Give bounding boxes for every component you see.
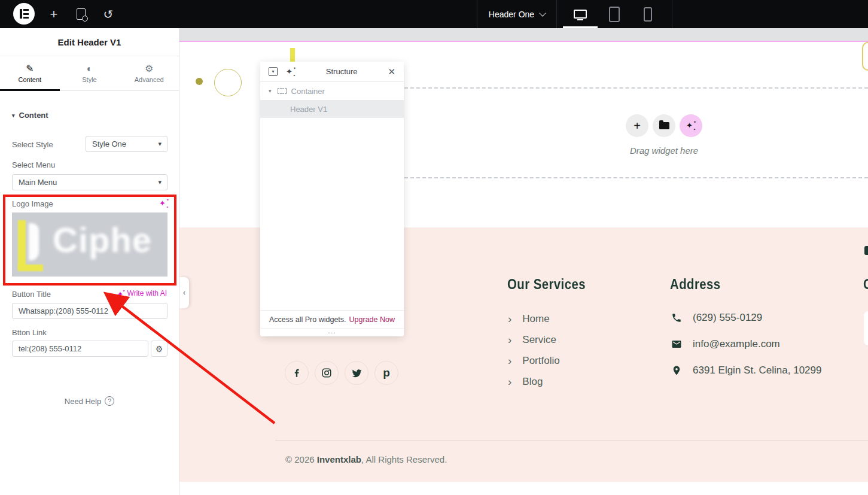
add-widget-button[interactable]: + xyxy=(626,114,648,137)
chevron-right-icon: › xyxy=(508,335,511,345)
tree-item-container[interactable]: ▾ Container xyxy=(260,82,404,100)
document-switcher[interactable]: Header One xyxy=(477,0,556,28)
logo-wordmark: Ciphe xyxy=(53,220,152,260)
add-element-button[interactable]: + xyxy=(45,0,62,28)
tab-style[interactable]: ◐ Style xyxy=(60,56,120,90)
phone-icon xyxy=(671,312,683,323)
question-mark-icon: ? xyxy=(105,396,114,406)
structure-navigator: ▾ Structure ✕ ▾ Container Header V1 Acce… xyxy=(260,62,404,336)
button-title-label: Button Title xyxy=(12,290,51,299)
device-mobile-button[interactable] xyxy=(634,0,662,28)
canvas-top-strip xyxy=(179,28,868,41)
history-button[interactable]: ↺ xyxy=(100,0,117,28)
footer-phone[interactable]: (629) 555-0129 xyxy=(671,312,762,324)
elementor-menu-button[interactable] xyxy=(13,3,35,25)
navigator-resize-handle[interactable]: ... xyxy=(260,328,404,336)
topbar-divider xyxy=(672,0,672,28)
panel-tabs: ✎ Content ◐ Style ⚙ Advanced xyxy=(0,56,179,91)
close-icon[interactable]: ✕ xyxy=(388,66,395,77)
button-link-label: Btton Link xyxy=(12,328,47,337)
instagram-link[interactable] xyxy=(315,361,339,385)
footer-link-home[interactable]: › Home xyxy=(508,313,550,325)
ai-sparkle-icon[interactable] xyxy=(286,67,296,77)
instagram-icon xyxy=(321,368,332,378)
button-title-input[interactable] xyxy=(12,303,167,319)
drag-widget-hint: Drag widget here xyxy=(610,145,718,156)
tablet-icon xyxy=(609,7,620,22)
facebook-link[interactable] xyxy=(285,361,309,385)
caret-down-icon: ▾ xyxy=(12,113,15,119)
ai-sparkle-icon xyxy=(117,290,125,297)
history-icon: ↺ xyxy=(103,7,114,22)
tab-content[interactable]: ✎ Content xyxy=(0,56,60,90)
select-style-dropdown[interactable]: Style One xyxy=(86,136,167,152)
navigator-footer: Access all Pro widgets. Upgrade Now xyxy=(260,310,404,328)
facebook-icon xyxy=(291,368,302,378)
chevron-right-icon: › xyxy=(508,356,511,366)
logo-mark-bar xyxy=(18,220,26,269)
document-icon xyxy=(77,8,86,20)
footer-email[interactable]: info@example.com xyxy=(671,338,780,350)
header-design-button-outline xyxy=(862,42,868,71)
footer-divider xyxy=(275,440,868,441)
upgrade-now-link[interactable]: Upgrade Now xyxy=(349,315,395,324)
footer-column4-title-partial: G xyxy=(863,276,868,293)
link-options-button[interactable]: ⚙ xyxy=(151,341,167,357)
select-menu-label: Select Menu xyxy=(12,160,55,169)
write-with-ai-button[interactable]: Write with AI xyxy=(117,289,167,297)
address-column-title: Address xyxy=(670,276,721,293)
canvas-bottom-strip xyxy=(179,482,868,495)
desktop-icon xyxy=(574,10,587,19)
pinterest-icon: p xyxy=(383,366,390,379)
services-column-title: Our Services xyxy=(507,276,586,293)
location-pin-icon xyxy=(671,365,683,376)
footer-column4-badge-partial xyxy=(864,246,868,255)
template-library-button[interactable] xyxy=(653,114,675,137)
tree-item-header-v1[interactable]: Header V1 xyxy=(260,100,404,118)
footer-newsletter-input-partial[interactable] xyxy=(864,311,868,345)
navigator-tree: ▾ Container Header V1 xyxy=(260,82,404,310)
gear-icon: ⚙ xyxy=(145,64,153,74)
content-section-toggle[interactable]: ▾ Content xyxy=(12,111,48,120)
tab-advanced[interactable]: ⚙ Advanced xyxy=(119,56,179,90)
logo-mark-shape xyxy=(29,223,39,260)
footer-address[interactable]: 6391 Elgin St. Celina, 10299 xyxy=(671,365,822,376)
dock-icon[interactable]: ▾ xyxy=(269,67,278,76)
footer-link-blog[interactable]: › Blog xyxy=(508,376,543,388)
style-icon: ◐ xyxy=(87,64,93,74)
container-dashed-boundary xyxy=(404,177,868,178)
chevron-right-icon: › xyxy=(508,314,511,324)
twitter-link[interactable] xyxy=(345,361,368,385)
copyright-text: © 2026 Inventxlab, All Rights Reserved. xyxy=(285,454,447,464)
topbar-divider xyxy=(556,0,557,28)
canvas-accent-line xyxy=(179,41,868,42)
container-icon xyxy=(278,88,287,94)
page-settings-button[interactable] xyxy=(72,0,89,28)
header-design-circle xyxy=(214,69,242,96)
top-bar: + ↺ Header One xyxy=(0,0,868,28)
folder-icon xyxy=(659,122,669,129)
ai-builder-button[interactable] xyxy=(680,114,702,137)
email-icon xyxy=(671,339,683,350)
active-device-underline xyxy=(563,26,598,28)
container-dashed-boundary xyxy=(404,87,868,89)
logo-image-label: Logo Image xyxy=(12,199,53,208)
select-menu-dropdown[interactable]: Main Menu xyxy=(12,174,167,190)
panel-title: Edit Header V1 xyxy=(0,28,179,56)
navigator-title: Structure xyxy=(304,67,379,76)
brand-name: Inventxlab xyxy=(317,454,361,464)
footer-link-service[interactable]: › Service xyxy=(508,334,556,346)
pinterest-link[interactable]: p xyxy=(374,361,398,385)
need-help-link[interactable]: Need Help ? xyxy=(0,396,179,406)
device-desktop-button[interactable] xyxy=(563,0,598,28)
device-tablet-button[interactable] xyxy=(600,0,629,28)
chevron-right-icon: › xyxy=(508,376,511,387)
header-design-dot xyxy=(196,78,203,85)
gear-icon: ⚙ xyxy=(156,344,163,354)
panel-collapse-button[interactable]: ‹ xyxy=(179,277,189,308)
button-link-input[interactable] xyxy=(12,341,148,357)
ai-sparkle-icon[interactable] xyxy=(159,199,169,208)
footer-link-portfolio[interactable]: › Portfolio xyxy=(508,355,560,367)
plus-icon: + xyxy=(50,7,58,22)
logo-image-preview[interactable]: Ciphe xyxy=(12,212,167,277)
